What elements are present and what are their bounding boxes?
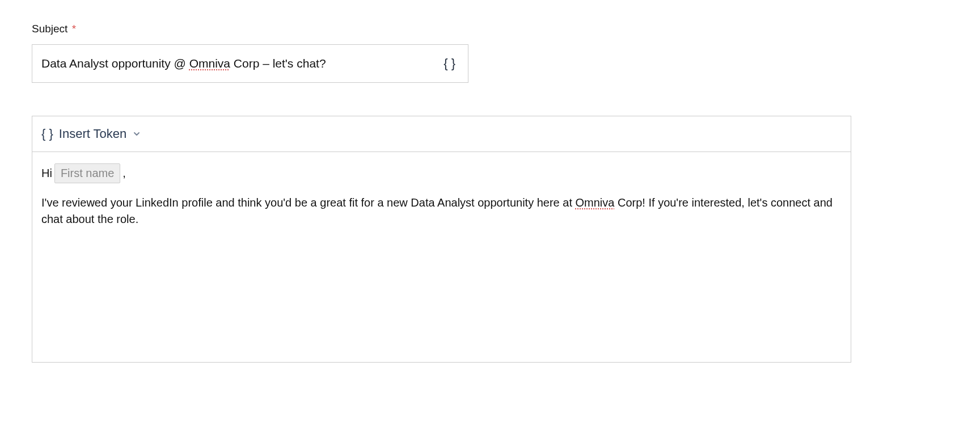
body-text-1: I've reviewed your LinkedIn profile and …	[41, 196, 576, 209]
greeting-line: Hi First name ,	[41, 163, 842, 183]
braces-icon: { }	[41, 127, 53, 141]
chevron-down-icon	[132, 129, 141, 138]
subject-text-pre: Data Analyst opportunity @	[41, 57, 189, 70]
subject-label-text: Subject	[32, 23, 67, 35]
required-indicator: *	[72, 23, 76, 35]
email-body-editor[interactable]: Hi First name , I've reviewed your Linke…	[32, 152, 851, 362]
greeting-hi: Hi	[41, 165, 52, 182]
insert-token-label: Insert Token	[59, 127, 126, 141]
insert-token-button[interactable]: { } Insert Token	[41, 127, 141, 141]
email-editor: { } Insert Token Hi First name , I've re…	[32, 116, 851, 363]
subject-text-post: Corp – let's chat?	[230, 57, 326, 70]
subject-input[interactable]: Data Analyst opportunity @ Omniva Corp –…	[41, 57, 436, 70]
editor-toolbar: { } Insert Token	[32, 116, 851, 152]
greeting-comma: ,	[122, 165, 126, 182]
first-name-token[interactable]: First name	[54, 163, 120, 183]
body-spellcheck-word: Omniva	[576, 196, 615, 209]
subject-input-container: Data Analyst opportunity @ Omniva Corp –…	[32, 44, 468, 83]
subject-label: Subject *	[32, 23, 948, 35]
subject-insert-token-icon[interactable]: { }	[443, 56, 455, 71]
subject-text-spell: Omniva	[189, 57, 230, 70]
email-body-paragraph: I've reviewed your LinkedIn profile and …	[41, 195, 842, 228]
